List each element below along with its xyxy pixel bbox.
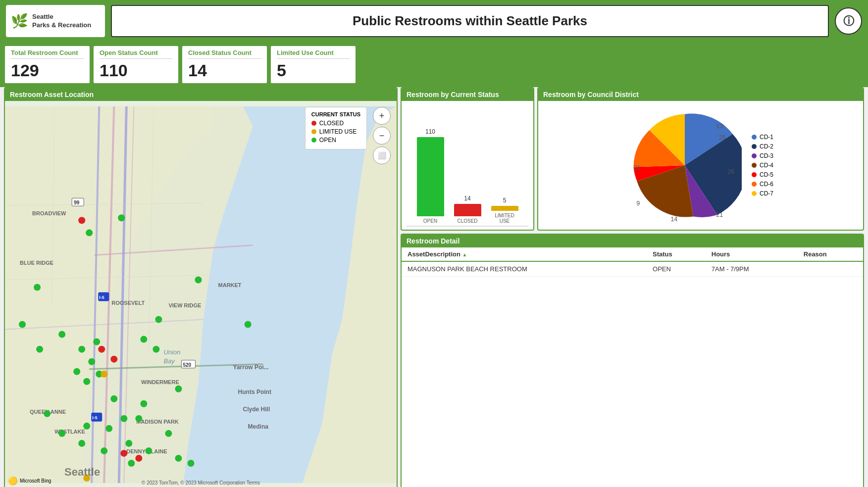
svg-text:Clyde Hill: Clyde Hill bbox=[243, 406, 270, 413]
bar-closed: 14 CLOSED bbox=[454, 195, 481, 224]
col-hours[interactable]: Hours bbox=[706, 247, 798, 261]
legend-title: CURRENT STATUS bbox=[311, 111, 360, 117]
legend-open: OPEN bbox=[311, 137, 360, 144]
pie-svg: 13 26 21 14 9 21 25 bbox=[628, 108, 742, 222]
closed-dot bbox=[311, 121, 316, 126]
cd7-dot bbox=[752, 191, 757, 196]
detail-panel-header: Restroom Detail bbox=[402, 235, 863, 247]
map-controls: + − ⬜ bbox=[373, 107, 391, 164]
legend-closed: CLOSED bbox=[311, 120, 360, 127]
svg-point-73 bbox=[83, 423, 90, 430]
cell-status: OPEN bbox=[647, 261, 706, 277]
col-reason[interactable]: Reason bbox=[798, 247, 863, 261]
svg-point-58 bbox=[187, 460, 194, 467]
cd4-dot bbox=[752, 163, 757, 168]
parks-logo-icon: 🌿 bbox=[11, 13, 28, 29]
bar-open-label: OPEN bbox=[423, 218, 437, 224]
svg-point-63 bbox=[135, 415, 142, 422]
svg-point-70 bbox=[36, 346, 43, 353]
svg-point-46 bbox=[93, 339, 100, 345]
stat-total: Total Restroom Count 129 bbox=[4, 45, 91, 84]
svg-point-49 bbox=[83, 378, 90, 385]
main-layout: Restroom Asset Location bbox=[0, 87, 868, 487]
svg-text:520: 520 bbox=[183, 362, 191, 368]
svg-text:21: 21 bbox=[633, 164, 640, 171]
info-button[interactable]: ⓘ bbox=[835, 7, 862, 35]
pie-svg-container: 13 26 21 14 9 21 25 bbox=[628, 108, 742, 222]
svg-text:VIEW RIDGE: VIEW RIDGE bbox=[168, 302, 201, 308]
legend-cd4: CD-4 bbox=[752, 162, 773, 169]
legend-cd5: CD-5 bbox=[752, 171, 773, 178]
col-asset-description[interactable]: AssetDescription ▲ bbox=[402, 247, 647, 261]
svg-point-75 bbox=[98, 346, 105, 353]
svg-point-66 bbox=[153, 346, 159, 353]
cd5-dot bbox=[752, 172, 757, 177]
sort-arrow: ▲ bbox=[462, 252, 467, 257]
svg-text:25: 25 bbox=[719, 134, 726, 141]
cd3-dot bbox=[752, 153, 757, 158]
cd5-label: CD-5 bbox=[760, 171, 773, 178]
stat-limited-value: 5 bbox=[277, 61, 350, 80]
map-legend: CURRENT STATUS CLOSED LIMITED USE OPEN bbox=[305, 107, 367, 149]
svg-point-59 bbox=[155, 316, 162, 323]
stat-closed: Closed Status Count 14 bbox=[181, 45, 268, 84]
svg-text:9: 9 bbox=[636, 200, 640, 207]
bar-limited-rect bbox=[491, 206, 518, 211]
bar-chart-body: 110 OPEN 14 CLOSED 5 LIMITEDUSE bbox=[402, 101, 533, 224]
bing-attribution: 🟡 Microsoft Bing bbox=[8, 476, 51, 486]
pie-chart-panel: Restroom by Council District bbox=[537, 87, 864, 231]
svg-point-56 bbox=[145, 447, 152, 454]
bar-open-rect bbox=[417, 137, 444, 216]
cd6-dot bbox=[752, 182, 757, 187]
seattle-city-label: Seattle bbox=[64, 466, 100, 479]
svg-text:ROOSEVELT: ROOSEVELT bbox=[111, 300, 145, 306]
cell-reason bbox=[798, 261, 863, 277]
bar-open-count: 110 bbox=[425, 128, 435, 135]
stat-total-value: 129 bbox=[11, 61, 84, 80]
detail-table-container[interactable]: AssetDescription ▲ Status Hours Reason bbox=[402, 247, 863, 487]
svg-text:BLUE RIDGE: BLUE RIDGE bbox=[20, 260, 53, 266]
logo-box: 🌿 Seattle Parks & Recreation bbox=[6, 5, 105, 37]
stat-open-value: 110 bbox=[100, 61, 172, 80]
svg-text:BROADVIEW: BROADVIEW bbox=[32, 210, 66, 216]
map-container[interactable]: Union Bay BROADVIEW BLUE RIDGE ROOSEVELT… bbox=[5, 101, 397, 487]
svg-point-40 bbox=[118, 214, 125, 221]
stat-total-label: Total Restroom Count bbox=[11, 49, 84, 59]
stat-open-label: Open Status Count bbox=[100, 49, 172, 59]
bar-axis bbox=[407, 226, 528, 227]
svg-point-79 bbox=[101, 371, 107, 378]
svg-point-53 bbox=[78, 440, 85, 447]
svg-text:MADISON PARK: MADISON PARK bbox=[136, 419, 178, 425]
stat-limited-label: Limited Use Count bbox=[277, 49, 350, 59]
table-row[interactable]: MAGNUSON PARK BEACH RESTROOM OPEN 7AM - … bbox=[402, 261, 863, 277]
svg-point-65 bbox=[195, 276, 202, 283]
svg-point-67 bbox=[110, 395, 117, 402]
legend-cd3: CD-3 bbox=[752, 152, 773, 159]
bar-limited-label: LIMITEDUSE bbox=[495, 213, 514, 224]
zoom-out-button[interactable]: − bbox=[373, 127, 391, 145]
svg-point-64 bbox=[128, 460, 135, 467]
right-panel: Restroom by Current Status 110 OPEN 14 C… bbox=[401, 87, 864, 487]
title-box: Public Restrooms within Seattle Parks bbox=[111, 5, 829, 37]
limited-dot bbox=[311, 129, 316, 134]
svg-point-54 bbox=[105, 425, 112, 432]
pie-chart-body: 13 26 21 14 9 21 25 CD-1 bbox=[538, 101, 863, 230]
svg-point-62 bbox=[140, 400, 147, 407]
open-dot bbox=[311, 138, 316, 143]
svg-text:26: 26 bbox=[727, 168, 734, 175]
svg-text:Union: Union bbox=[163, 348, 180, 356]
bar-closed-label: CLOSED bbox=[457, 218, 477, 224]
zoom-in-button[interactable]: + bbox=[373, 107, 391, 125]
svg-text:Medina: Medina bbox=[248, 423, 269, 430]
cd3-label: CD-3 bbox=[760, 152, 773, 159]
stat-open: Open Status Count 110 bbox=[93, 45, 179, 84]
col-status[interactable]: Status bbox=[647, 247, 706, 261]
map-attribution: © 2023 TomTom, © 2023 Microsoft Corporat… bbox=[142, 480, 260, 486]
pie-chart-header: Restroom by Council District bbox=[538, 88, 863, 101]
cd2-dot bbox=[752, 144, 757, 149]
bar-limited: 5 LIMITEDUSE bbox=[491, 197, 518, 224]
map-svg: Union Bay BROADVIEW BLUE RIDGE ROOSEVELT… bbox=[5, 101, 397, 487]
bar-chart-panel: Restroom by Current Status 110 OPEN 14 C… bbox=[401, 87, 534, 231]
svg-point-42 bbox=[34, 284, 41, 291]
select-tool-button[interactable]: ⬜ bbox=[373, 146, 391, 164]
